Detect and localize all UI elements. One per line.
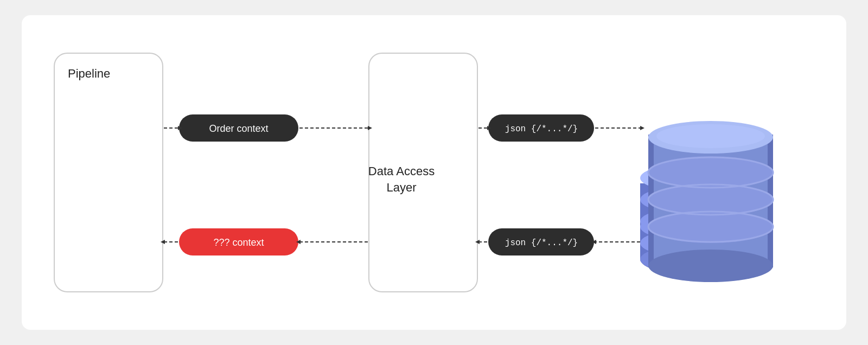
svg-point-34 (640, 184, 760, 215)
svg-point-33 (640, 206, 760, 237)
svg-point-35 (640, 163, 760, 193)
svg-marker-26 (296, 240, 301, 244)
svg-marker-16 (368, 126, 372, 130)
svg-point-47 (656, 124, 765, 148)
svg-text:json {/*...*/}: json {/*...*/} (505, 124, 578, 134)
svg-point-38 (640, 212, 760, 242)
svg-marker-41 (648, 135, 654, 267)
svg-text:Layer: Layer (386, 181, 416, 194)
svg-rect-32 (751, 183, 760, 259)
svg-point-48 (648, 250, 773, 282)
svg-text:Pipeline: Pipeline (68, 67, 110, 80)
svg-rect-9 (488, 114, 594, 142)
svg-rect-30 (640, 183, 760, 259)
svg-text:Order context: Order context (209, 123, 268, 134)
svg-point-45 (648, 156, 773, 189)
svg-rect-0 (54, 53, 163, 292)
svg-point-50 (648, 184, 773, 215)
svg-marker-14 (178, 126, 182, 130)
svg-text:Data Access: Data Access (368, 164, 435, 178)
svg-text:??? context: ??? context (213, 237, 264, 248)
svg-marker-42 (768, 135, 773, 267)
svg-rect-7 (179, 228, 298, 255)
svg-rect-31 (640, 183, 648, 259)
svg-point-29 (640, 243, 760, 276)
svg-point-49 (648, 212, 773, 242)
svg-point-46 (648, 121, 773, 154)
svg-marker-28 (161, 240, 165, 244)
diagram: Pipeline Data Access Layer Order context… (22, 15, 846, 330)
svg-marker-24 (475, 240, 480, 244)
svg-marker-20 (640, 126, 644, 130)
svg-marker-22 (592, 240, 596, 244)
svg-point-37 (640, 228, 760, 258)
svg-point-43 (648, 210, 773, 243)
svg-rect-40 (648, 135, 773, 267)
svg-rect-11 (488, 228, 594, 255)
svg-rect-2 (369, 53, 477, 292)
svg-text:json {/*...*/}: json {/*...*/} (505, 238, 578, 248)
svg-point-36 (640, 244, 760, 274)
svg-point-51 (648, 157, 773, 188)
svg-point-44 (648, 183, 773, 216)
svg-marker-18 (487, 126, 492, 130)
svg-point-39 (648, 248, 773, 281)
svg-rect-5 (179, 114, 298, 142)
